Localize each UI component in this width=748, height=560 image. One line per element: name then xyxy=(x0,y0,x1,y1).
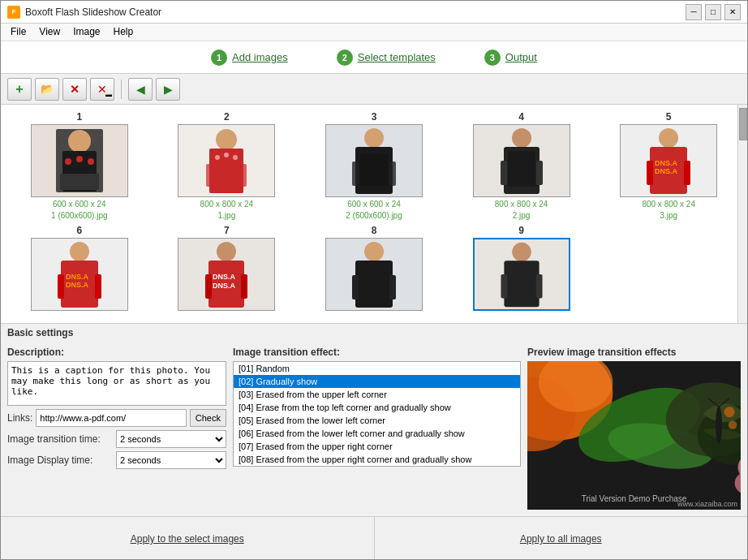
effect-item-1[interactable]: [01] Random xyxy=(234,362,520,375)
open-folder-button[interactable]: 📂 xyxy=(35,78,59,101)
image-thumb-6[interactable]: DNS.A DNS.A xyxy=(31,238,128,311)
step-1-add-images[interactable]: 1 Add images xyxy=(211,50,288,66)
image-cell-2[interactable]: 2 800 x 800 x 241.jpg xyxy=(155,111,299,222)
effect-item-6[interactable]: [06] Erased from the lower left corner a… xyxy=(234,427,520,440)
image-cell-6[interactable]: 6 DNS.A DNS.A xyxy=(7,225,152,312)
image-thumb-2[interactable] xyxy=(178,124,275,197)
close-button[interactable]: ✕ xyxy=(724,4,741,20)
image-info-2: 800 x 800 x 241.jpg xyxy=(200,199,254,222)
image-thumb-8[interactable] xyxy=(325,238,423,311)
menu-view[interactable]: View xyxy=(32,25,67,39)
image-grid-container[interactable]: 1 600 x 600 x 241 (600x600).jpg xyxy=(1,105,747,324)
svg-rect-19 xyxy=(352,162,359,186)
image-cell-4[interactable]: 4 800 x 800 x 242.jpg xyxy=(449,111,594,222)
image-info-5: 800 x 800 x 243.jpg xyxy=(642,199,695,222)
svg-text:DNS.A: DNS.A xyxy=(655,159,678,167)
display-time-row: Image Display time: 2 seconds 1 seconds … xyxy=(7,451,226,469)
svg-text:DNS.A: DNS.A xyxy=(213,282,236,290)
add-images-button[interactable]: + xyxy=(7,78,32,101)
image-thumb-4[interactable] xyxy=(473,124,570,197)
image-thumb-3[interactable] xyxy=(325,124,423,197)
image-num-9: 9 xyxy=(518,225,524,236)
menu-image[interactable]: Image xyxy=(67,25,106,39)
svg-rect-7 xyxy=(60,174,99,190)
image-cell-3[interactable]: 3 600 x 600 x 242 (600x600).jpg xyxy=(302,111,446,222)
svg-point-13 xyxy=(215,155,220,160)
effect-item-2[interactable]: [02] Gradually show xyxy=(234,375,520,388)
svg-rect-47 xyxy=(205,274,212,299)
svg-point-14 xyxy=(224,153,229,157)
link-label: Links: xyxy=(7,412,32,424)
effect-item-5[interactable]: [05] Erased from the lower left corner xyxy=(234,414,520,427)
step-2-label: Select templates xyxy=(358,51,436,63)
middle-settings: Image transition effect: [01] Random [02… xyxy=(233,347,521,510)
svg-rect-48 xyxy=(241,274,247,299)
preview-area: Preview image transition effects xyxy=(527,347,741,510)
description-label: Description: xyxy=(7,347,226,358)
effect-item-7[interactable]: [07] Erased from the upper right corner xyxy=(234,440,520,453)
site-watermark: www.xiazaiba.com xyxy=(677,500,737,508)
image-info-1: 600 x 600 x 241 (600x600).jpg xyxy=(51,199,108,222)
link-input[interactable] xyxy=(36,409,186,427)
menu-help[interactable]: Help xyxy=(107,25,140,39)
restore-button[interactable]: □ xyxy=(705,4,721,20)
svg-point-9 xyxy=(216,129,237,150)
apply-selected-label: Apply to the select images xyxy=(131,533,244,545)
display-time-select[interactable]: 2 seconds 1 seconds 3 seconds 4 seconds … xyxy=(116,451,226,469)
image-cell-9[interactable]: 9 xyxy=(449,225,594,312)
apply-all-button[interactable]: Apply to all images xyxy=(375,517,748,560)
move-right-button[interactable]: ▶ xyxy=(156,78,180,101)
minimize-button[interactable]: ─ xyxy=(686,4,702,20)
svg-point-29 xyxy=(659,128,678,148)
scrollbar-thumb[interactable] xyxy=(739,108,747,140)
step-2-num: 2 xyxy=(337,50,353,66)
svg-point-4 xyxy=(65,158,71,165)
image-info-3: 600 x 600 x 242 (600x600).jpg xyxy=(346,199,402,222)
svg-rect-53 xyxy=(389,275,396,299)
effect-item-8[interactable]: [08] Erased from the upper right corner … xyxy=(234,453,520,466)
svg-rect-58 xyxy=(535,274,542,298)
svg-point-15 xyxy=(233,155,238,160)
delete-button[interactable]: ✕ xyxy=(62,78,87,101)
svg-point-74 xyxy=(729,420,737,429)
effect-item-9[interactable]: [09] Erased from the lower right corner xyxy=(234,466,520,467)
image-cell-1[interactable]: 1 600 x 600 x 241 (600x600).jpg xyxy=(7,111,152,222)
delete-all-button[interactable]: ✕▬ xyxy=(90,78,114,101)
step-1-label: Add images xyxy=(232,51,288,63)
effect-item-3[interactable]: [03] Erased from the upper left corner xyxy=(234,388,520,401)
title-bar-left: F Boxoft Flash Slideshow Creator xyxy=(7,6,161,19)
image-cell-7[interactable]: 7 DNS.A DNS.A xyxy=(155,225,299,312)
image-num-4: 4 xyxy=(518,111,524,123)
menu-file[interactable]: File xyxy=(4,25,32,39)
effect-item-4[interactable]: [04] Erase from the top left corner and … xyxy=(234,401,520,414)
step-3-output[interactable]: 3 Output xyxy=(484,50,537,66)
bottom-section: Basic settings Description: This is a ca… xyxy=(1,324,747,560)
check-button[interactable]: Check xyxy=(190,409,226,427)
move-left-button[interactable]: ◀ xyxy=(128,78,153,101)
image-thumb-1[interactable] xyxy=(31,124,128,197)
step-3-num: 3 xyxy=(484,50,501,66)
apply-all-label: Apply to all images xyxy=(520,533,602,545)
image-thumb-7[interactable]: DNS.A DNS.A xyxy=(178,238,275,311)
apply-selected-button[interactable]: Apply to the select images xyxy=(1,517,375,560)
svg-rect-33 xyxy=(647,161,653,185)
link-row: Links: Check xyxy=(7,409,226,427)
effect-list[interactable]: [01] Random [02] Gradually show [03] Era… xyxy=(233,361,521,467)
description-textarea[interactable]: This is a caption for this photo. You ma… xyxy=(7,361,226,406)
image-num-3: 3 xyxy=(372,111,377,123)
transition-time-label: Image transition time: xyxy=(7,433,113,445)
svg-rect-20 xyxy=(389,162,396,186)
image-cell-5[interactable]: 5 DNS.A DNS.A 800 x 800 x 243.jpg xyxy=(596,111,741,222)
menu-bar: File View Image Help xyxy=(1,24,747,41)
image-thumb-9[interactable] xyxy=(473,238,570,311)
image-cell-8[interactable]: 8 xyxy=(302,225,446,312)
left-settings: Description: This is a caption for this … xyxy=(7,347,226,510)
svg-point-23 xyxy=(512,128,531,148)
image-num-6: 6 xyxy=(76,225,82,236)
svg-point-5 xyxy=(76,156,83,162)
transition-time-select[interactable]: 2 seconds 1 seconds 3 seconds 4 seconds … xyxy=(116,430,226,448)
scrollbar-track[interactable] xyxy=(737,105,747,323)
svg-rect-52 xyxy=(352,275,359,299)
step-2-select-templates[interactable]: 2 Select templates xyxy=(337,50,436,66)
image-thumb-5[interactable]: DNS.A DNS.A xyxy=(620,124,717,197)
